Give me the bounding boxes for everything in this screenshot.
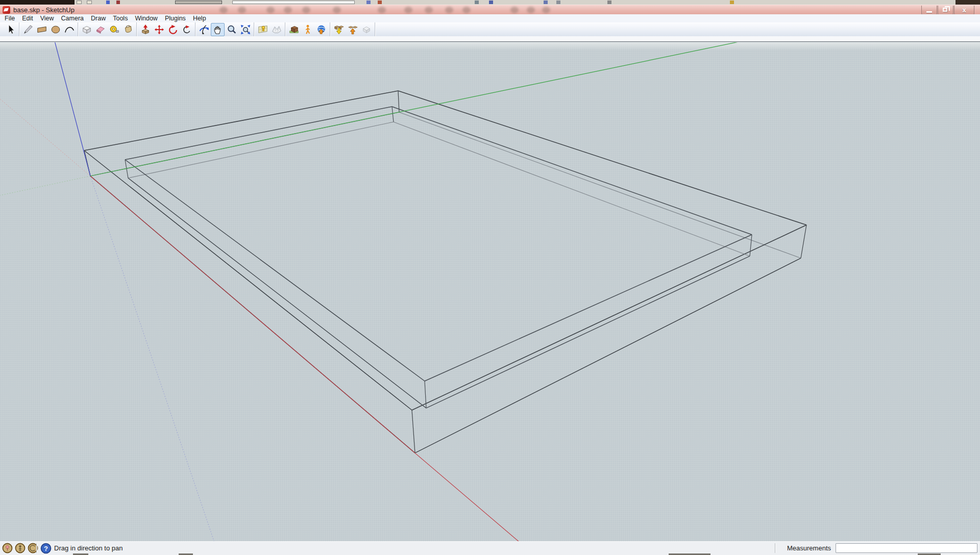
tool-rectangle[interactable] [35,23,48,36]
measurements-label: Measurements [787,544,831,552]
background-toolbar-icon [106,1,110,4]
tool-circle[interactable] [48,23,62,36]
tool-move[interactable] [152,23,166,36]
tool-pan[interactable] [211,23,225,36]
toolbar-lower-strip [0,36,980,42]
menu-help[interactable]: Help [189,14,210,22]
tool-follow-me[interactable] [180,23,193,36]
tool-google-earth[interactable] [314,23,328,36]
tool-walk[interactable] [301,23,314,36]
tool-line[interactable] [21,23,35,36]
svg-text:?: ? [44,545,48,552]
background-toolbar-icon [556,1,560,4]
menubar: File Edit View Camera Draw Tools Window … [0,14,980,22]
viewport-background [0,42,980,541]
tool-share-model[interactable] [346,23,359,36]
tool-add-location[interactable] [256,23,270,36]
background-toolbar-icon [544,1,548,4]
status-message: Drag in direction to pan [54,544,122,552]
background-toolbar-icon [77,1,82,4]
tool-arc[interactable] [62,23,76,36]
background-window-dark-area [955,0,980,5]
background-toolbar-icon [730,1,734,4]
menu-draw[interactable]: Draw [87,14,109,22]
background-toolbar-icon [607,1,611,4]
tool-photo-textures[interactable] [287,23,301,36]
tool-zoom-extents[interactable] [238,23,252,36]
tool-select[interactable] [4,23,17,36]
measurements-input[interactable] [836,543,977,553]
tool-push-pull[interactable] [138,23,152,36]
menu-view[interactable]: View [37,14,58,22]
sketchup-app-icon [3,6,10,14]
tool-get-models[interactable] [332,23,346,36]
tool-component-browser-disabled [359,23,373,36]
sketchup-window: base.skp - SketchUp x File Edit View Cam… [0,0,980,555]
sky-band [0,42,980,51]
background-address-field [232,1,355,4]
tool-zoom[interactable] [225,23,238,36]
tool-toggle-terrain[interactable] [270,23,283,36]
minimize-icon [926,11,932,13]
close-icon: x [954,6,974,14]
statusbar: ? Drag in direction to pan Measurements [0,541,980,555]
titlebar: base.skp - SketchUp x [0,5,980,14]
background-toolbar-icon [116,1,120,4]
background-window-strip [0,0,980,5]
help-question-icon[interactable]: ? [40,543,52,554]
menu-plugins[interactable]: Plugins [161,14,189,22]
background-toolbar-icon [475,1,479,4]
window-title: base.skp - SketchUp [13,6,75,14]
tool-orbit[interactable] [197,23,211,36]
tool-eraser[interactable] [93,23,107,36]
restore-icon [943,8,947,12]
tool-tape-measure[interactable] [107,23,121,36]
background-window-dark-area [0,0,75,5]
toolbar [0,22,980,36]
geo-location-status-icon[interactable] [2,543,13,553]
tool-rotate[interactable] [166,23,180,36]
statusbar-divider [775,543,775,553]
menu-camera[interactable]: Camera [58,14,87,22]
menu-tools[interactable]: Tools [109,14,131,22]
background-toolbar-icon [378,1,382,4]
claim-model-status-icon[interactable] [15,543,26,553]
tool-make-component[interactable] [80,23,93,36]
statusbar-divider [36,543,37,553]
background-toolbar-icon [366,1,371,4]
aero-glass-smudges [0,5,1,6]
menu-file[interactable]: File [1,14,18,22]
background-button [175,1,222,4]
menu-edit[interactable]: Edit [18,14,37,22]
tool-paint-bucket[interactable] [121,23,135,36]
menu-window[interactable]: Window [131,14,161,22]
background-toolbar-icon [87,1,92,4]
model-viewport[interactable] [0,42,980,541]
background-toolbar-icon [489,1,493,4]
